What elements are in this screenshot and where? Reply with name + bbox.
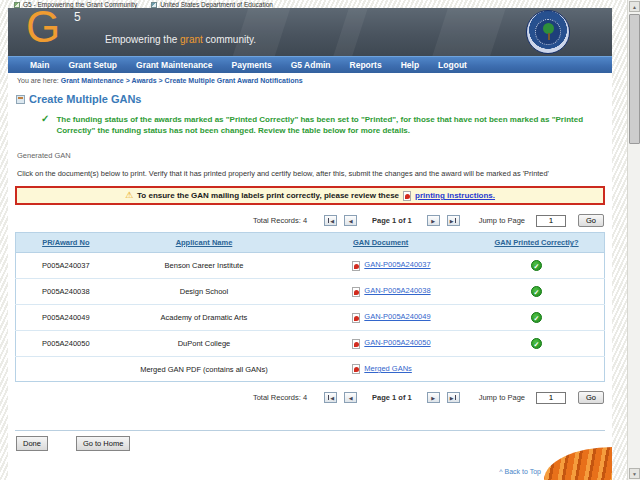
total-records: Total Records: 4 <box>253 216 307 225</box>
scrollbar-thumb[interactable] <box>629 14 640 144</box>
table-row: P005A240037 Benson Career Institute GAN-… <box>16 253 605 279</box>
breadcrumb-path[interactable]: Grant Maintenance > Awards > Create Mult… <box>61 77 303 84</box>
banner-tagline: Empowering the grant community. <box>105 34 256 45</box>
award-no-cell: P005A240050 <box>16 331 116 357</box>
previous-page-button[interactable]: ◀ <box>344 215 357 226</box>
pdf-icon <box>403 191 411 201</box>
form-icon <box>16 95 25 104</box>
ed-favicon-icon <box>151 2 157 8</box>
tagline-post: community. <box>203 34 256 45</box>
go-button[interactable]: Go <box>578 391 604 404</box>
footer-divider <box>15 430 605 431</box>
table-row: P005A240038 Design School GAN-P005A24003… <box>16 279 605 305</box>
page-title-row: Create Multiple GANs <box>16 93 605 105</box>
printed-check-icon: ✓ <box>531 260 542 271</box>
gan-document-cell: GAN-P005A240037 <box>292 253 469 279</box>
browser-tab-label: United States Department of Education <box>160 1 273 8</box>
award-no-cell: P005A240038 <box>16 279 116 305</box>
page-title: Create Multiple GANs <box>29 93 141 105</box>
back-to-top-link[interactable]: ^ Back to Top <box>499 468 541 475</box>
footer-buttons: Done Go to Home <box>16 436 605 451</box>
pdf-icon <box>352 313 360 323</box>
department-of-education-seal-icon <box>526 10 570 54</box>
nav-item-help[interactable]: Help <box>401 60 419 70</box>
nav-item-grant-setup[interactable]: Grant Setup <box>68 60 117 70</box>
go-button[interactable]: Go <box>578 214 604 227</box>
seal-core <box>535 19 561 45</box>
nav-item-main[interactable]: Main <box>30 60 49 70</box>
tagline-accent: grant <box>180 34 203 45</box>
pdf-icon <box>352 364 360 374</box>
total-records-label: Total Records: <box>253 393 301 402</box>
nav-item-grant-maintenance[interactable]: Grant Maintenance <box>136 60 213 70</box>
tagline-pre: Empowering the <box>105 34 180 45</box>
header-gan-document[interactable]: GAN Document <box>353 238 408 247</box>
pdf-icon <box>352 287 360 297</box>
warning-text: To ensure the GAN mailing labels print c… <box>137 191 399 200</box>
page-status: Page 1 of 1 <box>372 216 412 225</box>
gan-document-link[interactable]: GAN-P005A240037 <box>364 260 430 269</box>
scroll-down-button[interactable]: ▼ <box>629 468 640 479</box>
header-gan-printed[interactable]: GAN Printed Correctly? <box>494 238 578 247</box>
printed-check-icon: ✓ <box>531 312 542 323</box>
warning-icon: ⚠ <box>125 191 133 200</box>
browser-tab-ed[interactable]: United States Department of Education <box>151 1 273 8</box>
scroll-up-button[interactable]: ▲ <box>629 1 640 12</box>
jump-to-page-label: Jump to Page <box>479 216 525 225</box>
banner-photo-overlay <box>325 8 370 56</box>
generated-gan-label: Generated GAN <box>17 151 605 160</box>
header-applicant-name[interactable]: Applicant Name <box>176 238 233 247</box>
nav-item-payments[interactable]: Payments <box>232 60 272 70</box>
first-page-button[interactable]: ◀ <box>324 215 337 226</box>
printed-status-cell <box>469 357 605 382</box>
header-pr-award-no[interactable]: PR/Award No <box>42 238 89 247</box>
gan-document-link[interactable]: GAN-P005A240038 <box>364 286 430 295</box>
browser-tab-g5[interactable]: G5 - Empowering the Grant Community <box>14 1 137 8</box>
award-no-cell: P005A240049 <box>16 305 116 331</box>
merged-gans-link[interactable]: Merged GANs <box>364 364 412 373</box>
gan-document-cell: GAN-P005A240038 <box>292 279 469 305</box>
nav-item-g5-admin[interactable]: G5 Admin <box>291 60 331 70</box>
total-records-value: 4 <box>303 393 307 402</box>
previous-page-button[interactable]: ◀ <box>344 392 357 403</box>
gan-document-link[interactable]: GAN-P005A240050 <box>364 338 430 347</box>
vertical-scrollbar: ▲ ▼ <box>627 0 640 480</box>
printed-status-cell: ✓ <box>469 331 605 357</box>
jump-to-page-input[interactable] <box>536 215 566 227</box>
pdf-icon <box>352 261 360 271</box>
g5-banner: G 5 Empowering the grant community. <box>8 8 612 56</box>
pdf-icon <box>352 339 360 349</box>
g5-logo: G <box>26 8 60 52</box>
go-to-home-button[interactable]: Go to Home <box>76 436 130 451</box>
applicant-cell: Academy of Dramatic Arts <box>116 305 293 331</box>
gan-document-cell: GAN-P005A240049 <box>292 305 469 331</box>
printing-instructions-link[interactable]: printing instructions. <box>415 191 495 200</box>
total-records: Total Records: 4 <box>253 393 307 402</box>
printed-check-icon: ✓ <box>531 286 542 297</box>
first-page-button[interactable]: ◀ <box>324 392 337 403</box>
printed-status-cell: ✓ <box>469 279 605 305</box>
seal-trunk <box>548 33 550 40</box>
last-page-button[interactable]: ▶ <box>447 215 460 226</box>
print-instruction-text: Click on the document(s) below to print.… <box>17 169 605 178</box>
next-page-button[interactable]: ▶ <box>427 215 440 226</box>
applicant-cell: Benson Career Institute <box>116 253 293 279</box>
applicant-cell: Merged GAN PDF (contains all GANs) <box>116 357 293 382</box>
page-panel: G 5 Empowering the grant community. Main… <box>8 8 612 480</box>
gan-document-link[interactable]: GAN-P005A240049 <box>364 312 430 321</box>
pagination-bottom: Total Records: 4 ◀ ◀ Page 1 of 1 ▶ ▶ Jum… <box>15 391 604 404</box>
g5-favicon-icon <box>14 2 20 8</box>
banner-photo-overlay <box>225 8 291 56</box>
banner-photo-overlay <box>425 8 505 56</box>
nav-item-reports[interactable]: Reports <box>350 60 382 70</box>
last-page-button[interactable]: ▶ <box>447 392 460 403</box>
browser-tab-bar: G5 - Empowering the Grant Community Unit… <box>14 0 273 9</box>
status-message: ✓ The funding status of the awards marke… <box>41 114 605 136</box>
gan-document-cell: Merged GANs <box>292 357 469 382</box>
jump-to-page-input[interactable] <box>536 392 566 404</box>
next-page-button[interactable]: ▶ <box>427 392 440 403</box>
done-button[interactable]: Done <box>16 436 48 451</box>
success-check-icon: ✓ <box>41 114 49 136</box>
main-navigation: Main Grant Setup Grant Maintenance Payme… <box>8 56 612 73</box>
nav-item-logout[interactable]: Logout <box>438 60 467 70</box>
